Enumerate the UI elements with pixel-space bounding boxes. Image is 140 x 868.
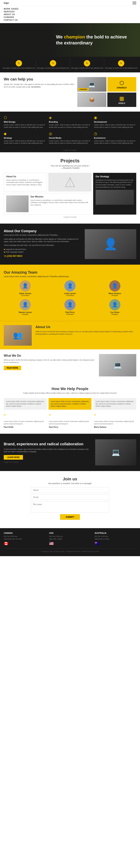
circle-text-1: Click again or double click to start edi… — [3, 67, 35, 69]
service-ecommerce: ◷ Ecommerce Lorem Lorem. Click to open t… — [94, 131, 136, 145]
help-card-1-text: Lorem ipsum dolor sit amet, consectetur … — [51, 400, 89, 407]
goals-icon: ▦ — [119, 95, 124, 101]
hero-title: We champion the bold to achieve the extr… — [56, 34, 134, 46]
read-more-button[interactable]: READ MORE — [4, 366, 21, 370]
strategy-img — [95, 190, 134, 205]
nav-careers[interactable]: CAREERS — [4, 16, 136, 19]
help-desc-note: NO BOOKS. — [31, 86, 41, 88]
testimonial-1-name: Sara Perry — [49, 426, 58, 428]
footer-canada-address: 551 Sw 117th Ave Vancouver, BC V5v 4A8 — [4, 535, 45, 540]
footer-col-australia: AUSTRALIA 551 Sw 117th Ave Melbourne A1 … — [95, 532, 136, 546]
nav-about-us[interactable]: ABOUT US — [4, 13, 136, 16]
project-strategy-title: Our Strategy — [95, 175, 134, 178]
what-we-do-section: What We Do While we were not the first h… — [0, 349, 140, 381]
ecommerce-title: Ecommerce — [94, 137, 136, 139]
strategy-service-title: Strategy — [4, 137, 46, 139]
project-about-desc: Good content is everything. In a world t… — [6, 179, 45, 186]
projects-quote: "You can do anything you set your mind t… — [4, 165, 136, 167]
team-subtitle: Lorem ipsum dolor sit amet, consectetur … — [4, 275, 136, 278]
about-company-list: ◆ Supports E-mail and Phone ◆ Multi-Lang… — [4, 248, 81, 253]
nav-work-oases[interactable]: WORK OASES — [4, 7, 136, 10]
testimonial-0: " Lorem ipsum dolor sit amet consectetur… — [4, 413, 46, 428]
join-title: Join us — [4, 477, 136, 482]
development-desc: Lorem Lorem. Click to open to edit this … — [94, 124, 136, 128]
help-strategy-box: ⬡ STRATEGY — [107, 77, 136, 92]
hero-text-we: We — [56, 34, 64, 39]
about-us-para: While we were not the first home cleanin… — [35, 331, 136, 336]
help-title: We can help you — [4, 77, 75, 81]
team-member-0: 👤 Adam Jensen Consultant — [4, 280, 47, 297]
canada-flag: 🇨🇦 — [4, 541, 45, 546]
circle-text-3: Click again or double click to start edi… — [71, 67, 103, 69]
what-we-do-title: What We Do — [4, 354, 95, 358]
member-name-5: Cus Stone — [110, 311, 119, 313]
how-help-subtitle: Fugiat voluptat amet sit aliqua officia … — [4, 392, 136, 395]
join-name-input[interactable] — [31, 487, 109, 493]
projects-author: — Benjamin Franklin — [4, 167, 136, 169]
team-row-1: 👤 Adam Jensen Consultant 👤 Linda Larson … — [4, 280, 136, 297]
footer: CANADA 551 Sw 117th Ave Vancouver, BC V5… — [0, 528, 140, 556]
service-branding: ◈ Branding Lorem Lorem. Click to open to… — [49, 115, 91, 128]
hero-content: We champion the bold to achieve the extr… — [0, 27, 140, 54]
team-member-1: 👤 Linda Larson Consultant — [49, 280, 91, 297]
member-name-0: Adam Jensen — [19, 292, 31, 294]
brand-img: 💻 — [95, 439, 136, 465]
help-right: 💻 CONTENT ⬡ STRATEGY 📦 ▦ GOALS — [77, 77, 136, 107]
help-card-0: Lorem ipsum dolor sit amet, consectetur … — [4, 398, 47, 410]
circle-text-4: Click again or double click to start edi… — [105, 67, 137, 69]
brand-text: Brand, experiences and radical collabora… — [4, 442, 91, 463]
testimonial-2-text: Lorem ipsum dolor sit amet consectetur a… — [94, 420, 136, 425]
footer-copyright: Copyright 2023 Excellent Ideas. All Righ… — [4, 551, 136, 552]
project-mission-title: Our Mission — [30, 195, 89, 198]
about-company-para1: Artera adipit am vull laoreet non nibh t… — [4, 238, 81, 243]
member-role-5: Designer — [111, 313, 118, 315]
submit-button[interactable]: SUBMIT! — [60, 514, 80, 520]
help-left: We can help you Sample Text. Sample Text… — [4, 77, 75, 107]
social-media-title: Social Media — [49, 137, 91, 139]
team-member-3: 👤 Damon Larson Designer — [4, 299, 47, 315]
circle-icon-2: ✎ — [50, 60, 56, 66]
about-us-img: 👥 — [4, 325, 32, 346]
circle-icon-4: ✎ — [118, 60, 124, 66]
about-us-title: About Us — [35, 325, 136, 329]
testimonial-1: " Lorem ipsum dolor sit amet consectetur… — [49, 413, 91, 428]
brand-image-credit: Image from Freepik — [4, 461, 91, 463]
help-card-2: Lorem ipsum dolor sit amet, consectetur … — [93, 398, 136, 410]
web-design-desc: Lorem Lorem. Click to open to edit this … — [4, 124, 46, 128]
circle-item-1: ✎ Click again or double click to start e… — [2, 59, 36, 70]
mission-img — [6, 195, 29, 212]
project-card-our-mission: Our Mission Good content is everything. … — [4, 193, 92, 215]
about-company-title: About Our Company — [4, 229, 81, 233]
projects-grid: About Us Good content is everything. In … — [4, 173, 136, 215]
person-icon: 👤 — [104, 238, 118, 251]
join-email-input[interactable] — [31, 494, 109, 500]
logo: logo — [4, 1, 9, 4]
navigation: WORK OASES SERVICES ABOUT US CAREERS CON… — [0, 6, 140, 23]
hero-section: We champion the bold to achieve the extr… — [0, 23, 140, 57]
join-message-input[interactable] — [31, 501, 109, 513]
project-mission-desc: Good content is everything. In a world t… — [30, 199, 89, 206]
member-role-2: Designer — [111, 294, 118, 297]
nav-contact-us[interactable]: CONTACT US — [4, 19, 136, 22]
nav-services[interactable]: SERVICES — [4, 10, 136, 13]
services-section: ⬡ Web Design Lorem Lorem. Click to open … — [0, 112, 140, 148]
branding-title: Branding — [49, 121, 91, 123]
what-we-do-text: What We Do While we were not the first h… — [4, 354, 95, 370]
hamburger-icon[interactable] — [133, 2, 136, 4]
member-name-2: Marty Hudson — [109, 292, 121, 294]
content-label: CONTENT — [78, 88, 89, 91]
how-help-title: How We Help People — [4, 387, 136, 391]
help-section: We can help you Sample Text. Sample Text… — [0, 72, 140, 112]
triangle-icon — [64, 177, 76, 188]
about-company-support: ◆ Supports E-mail and Phone — [4, 248, 81, 251]
footer-canada-title: CANADA — [4, 532, 45, 534]
learn-more-button[interactable]: LEARN MORE — [4, 455, 23, 460]
footer-usa-address: 551 Sw 117th Ave New York, 10048 — [49, 535, 91, 540]
help-desc: Sample Text. Sample Text. Click again to… — [4, 83, 75, 88]
team-section: Our Amazing Team Lorem ipsum dolor sit a… — [0, 265, 140, 321]
service-strategy: ◆ Strategy Lorem Lorem. Click to open to… — [4, 131, 46, 145]
branding-icon: ◈ — [49, 115, 91, 120]
circle-item-4: ✎ Click again or double click to start e… — [104, 59, 138, 70]
testimonial-2: " Lorem ipsum dolor sit amet consectetur… — [94, 413, 136, 428]
services-image-credit: Image by Freepik — [0, 148, 140, 152]
